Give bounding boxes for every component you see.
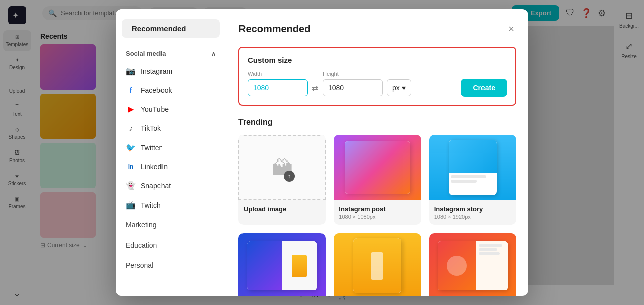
nav-item-facebook[interactable]: f Facebook — [116, 81, 226, 99]
trending-card-instagram-story[interactable]: Instagram story 1080 × 1920px — [429, 135, 516, 225]
modal-left-panel: Recommended Social media ∧ 📷 Instagram f… — [116, 9, 226, 296]
upload-card-name: Upload image — [244, 205, 320, 213]
unit-dropdown[interactable]: px ▾ — [387, 79, 411, 96]
yt-line-1 — [479, 244, 502, 247]
trending-card-tiktok[interactable]: TikTok 1080 × 1920px — [334, 233, 421, 296]
upload-thumb: 🏔 ↑ — [238, 135, 326, 200]
instagram-card-size: 1080 × 1080px — [339, 214, 416, 220]
instagram-story-card-name: Instagram story — [434, 205, 511, 213]
height-label: Height — [323, 71, 383, 77]
size-separator: ⇄ — [312, 83, 318, 93]
upload-icon-container: 🏔 ↑ — [272, 156, 293, 180]
youtube-thumb — [429, 233, 516, 296]
height-input[interactable] — [323, 79, 383, 96]
facebook-preview — [238, 233, 326, 296]
trending-card-upload[interactable]: 🏔 ↑ Upload image — [238, 135, 326, 225]
custom-size-title: Custom size — [248, 56, 507, 64]
facebook-inner-right — [282, 241, 317, 290]
custom-size-row: Width ⇄ Height px ▾ Create — [248, 70, 507, 97]
instagram-story-thumb — [429, 135, 516, 200]
nav-item-youtube[interactable]: ▶ YouTube — [116, 99, 226, 119]
instagram-icon: 📷 — [126, 66, 136, 76]
tiktok-figure — [371, 252, 383, 280]
unit-label: px — [392, 84, 400, 92]
twitch-icon: 📺 — [126, 200, 136, 210]
youtube-preview — [429, 233, 516, 296]
yt-line-2 — [479, 248, 497, 251]
nav-item-twitch[interactable]: 📺 Twitch — [116, 195, 226, 215]
nav-item-education[interactable]: Education — [116, 235, 226, 255]
nav-label-snapchat: Snapchat — [141, 182, 171, 190]
youtube-inner-right — [476, 241, 507, 290]
facebook-icon: f — [126, 86, 136, 94]
nav-item-linkedin[interactable]: in LinkedIn — [116, 158, 226, 176]
nav-item-personal[interactable]: Personal — [116, 255, 226, 275]
modal: Recommended Social media ∧ 📷 Instagram f… — [116, 9, 528, 296]
nav-label-youtube: YouTube — [141, 105, 169, 113]
nav-item-instagram[interactable]: 📷 Instagram — [116, 61, 226, 81]
instagram-story-preview — [429, 135, 516, 200]
nav-label-twitter: Twitter — [141, 144, 162, 152]
nav-item-snapchat[interactable]: 👻 Snapchat — [116, 176, 226, 195]
social-media-section: Social media ∧ — [116, 46, 226, 61]
story-line-1 — [451, 175, 486, 178]
trending-card-youtube[interactable]: YouTube thumbnail 1280 × 720px — [429, 233, 516, 296]
instagram-story-card-info: Instagram story 1080 × 1920px — [429, 200, 516, 225]
nav-item-twitter[interactable]: 🐦 Twitter — [116, 138, 226, 158]
nav-label-twitch: Twitch — [141, 201, 161, 209]
snapchat-icon: 👻 — [126, 181, 136, 190]
instagram-card-inner — [345, 141, 410, 194]
modal-title: Recommended — [238, 23, 310, 35]
width-label: Width — [248, 71, 308, 77]
modal-close-button[interactable]: × — [506, 21, 516, 37]
nav-label-instagram: Instagram — [141, 67, 172, 75]
instagram-story-card-size: 1080 × 1920px — [434, 214, 511, 220]
facebook-person — [292, 255, 307, 277]
instagram-thumb — [334, 135, 421, 200]
linkedin-icon: in — [126, 163, 136, 170]
facebook-inner-left — [247, 241, 282, 290]
trending-card-instagram[interactable]: Instagram post 1080 × 1080px — [334, 135, 421, 225]
modal-recommended-button[interactable]: Recommended — [122, 19, 220, 38]
tiktok-icon: ♪ — [126, 124, 136, 133]
instagram-card-info: Instagram post 1080 × 1080px — [334, 200, 421, 225]
twitter-icon: 🐦 — [126, 143, 136, 152]
instagram-preview — [334, 135, 421, 200]
modal-right-panel: Recommended × Custom size Width ⇄ Height — [226, 9, 528, 296]
youtube-card-inner — [438, 241, 508, 290]
tiktok-card-inner — [353, 238, 401, 294]
instagram-inner-bg — [345, 141, 410, 194]
social-media-label: Social media — [126, 50, 166, 57]
youtube-inner-left — [438, 241, 476, 290]
social-media-chevron[interactable]: ∧ — [211, 50, 216, 57]
yt-line-3 — [479, 252, 499, 255]
tiktok-preview — [334, 233, 421, 296]
nav-label-linkedin: LinkedIn — [141, 163, 168, 171]
custom-size-box: Custom size Width ⇄ Height px — [238, 47, 516, 106]
nav-label-facebook: Facebook — [141, 86, 172, 94]
youtube-icon: ▶ — [126, 104, 136, 114]
height-field: Height — [323, 71, 383, 96]
modal-header: Recommended × — [238, 21, 516, 37]
nav-item-marketing[interactable]: Marketing — [116, 215, 226, 235]
trending-grid: 🏔 ↑ Upload image — [238, 135, 516, 296]
trending-card-facebook[interactable]: Facebook post 940 × 788px — [238, 233, 326, 296]
story-inner-top — [449, 140, 497, 173]
upload-badge-icon: ↑ — [284, 171, 295, 182]
tiktok-inner — [353, 238, 401, 294]
app-background: ✦ ⊞ Templates ✦ Design ↑ Upload T Text ◇… — [0, 0, 644, 305]
trending-title: Trending — [238, 118, 516, 127]
upload-card-info: Upload image — [238, 200, 326, 218]
story-inner-bottom — [449, 173, 497, 185]
width-input[interactable] — [248, 79, 308, 96]
tiktok-thumb — [334, 233, 421, 296]
nav-label-tiktok: TikTok — [141, 124, 161, 132]
unit-chevron-icon: ▾ — [402, 84, 406, 92]
instagram-card-name: Instagram post — [339, 205, 416, 213]
story-card-inner — [449, 140, 497, 196]
width-field: Width — [248, 71, 308, 96]
facebook-thumb — [238, 233, 326, 296]
nav-item-tiktok[interactable]: ♪ TikTok — [116, 119, 226, 138]
modal-overlay: Recommended Social media ∧ 📷 Instagram f… — [0, 0, 644, 305]
create-button[interactable]: Create — [461, 79, 507, 97]
